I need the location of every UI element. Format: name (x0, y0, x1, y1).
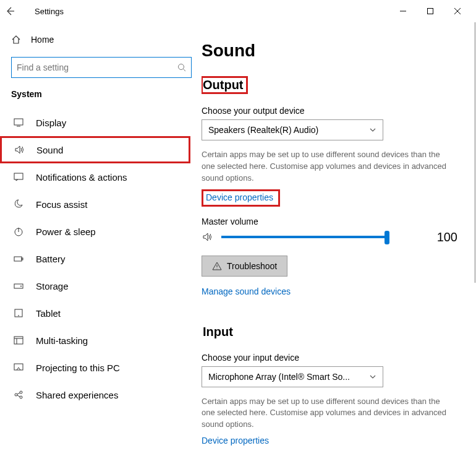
output-device-properties-link[interactable]: Device properties (206, 192, 273, 202)
category-heading: System (11, 89, 202, 99)
maximize-button[interactable] (417, 1, 444, 21)
display-icon (12, 116, 25, 129)
battery-icon (12, 252, 25, 265)
input-caption: Certain apps may be set up to use differ… (202, 396, 455, 431)
master-volume-label: Master volume (202, 217, 457, 226)
nav-notifications[interactable]: Notifications & actions (11, 163, 202, 191)
svg-point-8 (20, 286, 22, 287)
nav-projecting[interactable]: Projecting to this PC (11, 354, 202, 381)
focus-icon (12, 198, 25, 210)
input-heading: Input (202, 324, 237, 340)
titlebar: Settings (0, 0, 476, 22)
nav-multitasking[interactable]: Multi-tasking (11, 327, 202, 354)
power-icon (12, 225, 25, 238)
page-title: Sound (202, 41, 457, 61)
output-heading: Output (202, 77, 247, 93)
nav-focus-assist[interactable]: Focus assist (11, 191, 202, 218)
chevron-down-icon (369, 126, 376, 134)
manage-sound-devices-link[interactable]: Manage sound devices (202, 286, 291, 296)
svg-rect-3 (14, 173, 23, 179)
nav-tablet[interactable]: Tablet (11, 299, 202, 327)
input-device-dropdown[interactable]: Microphone Array (Intel® Smart So... (202, 366, 383, 387)
notifications-icon (12, 171, 25, 183)
home-nav[interactable]: Home (11, 28, 202, 51)
input-device-properties-link[interactable]: Device properties (202, 436, 269, 445)
output-device-label: Choose your output device (202, 106, 457, 116)
svg-rect-0 (428, 9, 433, 14)
output-device-dropdown[interactable]: Speakers (Realtek(R) Audio) (202, 119, 383, 140)
storage-icon (12, 280, 25, 292)
svg-point-13 (20, 391, 22, 394)
input-device-value: Microphone Array (Intel® Smart So... (208, 372, 350, 382)
nav-battery[interactable]: Battery (11, 245, 202, 272)
volume-slider[interactable] (221, 236, 411, 238)
sidebar: Home System Display Sound Notifications … (0, 22, 202, 456)
search-box[interactable] (11, 57, 192, 78)
projecting-icon (12, 361, 25, 374)
search-input[interactable] (17, 62, 177, 72)
close-button[interactable] (444, 1, 471, 21)
shared-icon (12, 389, 25, 401)
nav-sound[interactable]: Sound (0, 136, 190, 163)
svg-rect-6 (22, 258, 23, 260)
svg-rect-2 (14, 119, 23, 125)
main-panel: Sound Output Choose your output device S… (202, 22, 476, 456)
multitasking-icon (12, 334, 25, 346)
svg-rect-5 (14, 257, 22, 261)
output-device-value: Speakers (Realtek(R) Audio) (208, 125, 318, 135)
nav-display[interactable]: Display (11, 109, 202, 136)
svg-rect-11 (14, 364, 23, 370)
back-button[interactable] (5, 6, 30, 16)
troubleshoot-label: Troubleshoot (227, 261, 277, 271)
output-device-properties-highlight: Device properties (202, 189, 280, 207)
tablet-icon (12, 307, 25, 319)
home-icon (11, 35, 21, 45)
chevron-down-icon (369, 373, 376, 381)
warning-icon (212, 261, 222, 271)
home-label: Home (31, 35, 54, 45)
svg-point-1 (179, 64, 184, 70)
output-caption: Certain apps may be set up to use differ… (202, 149, 455, 184)
search-icon (177, 63, 186, 72)
nav-power[interactable]: Power & sleep (11, 218, 202, 245)
minimize-button[interactable] (389, 1, 417, 21)
window-title: Settings (35, 7, 64, 16)
sound-icon (13, 144, 25, 156)
nav-storage[interactable]: Storage (11, 272, 202, 299)
volume-icon[interactable] (202, 231, 214, 243)
svg-rect-10 (14, 337, 23, 344)
svg-point-14 (20, 396, 22, 398)
troubleshoot-button[interactable]: Troubleshoot (202, 256, 287, 277)
nav-shared[interactable]: Shared experiences (11, 381, 202, 408)
svg-point-12 (15, 394, 17, 396)
volume-value: 100 (437, 230, 457, 244)
input-device-label: Choose your input device (202, 353, 457, 363)
